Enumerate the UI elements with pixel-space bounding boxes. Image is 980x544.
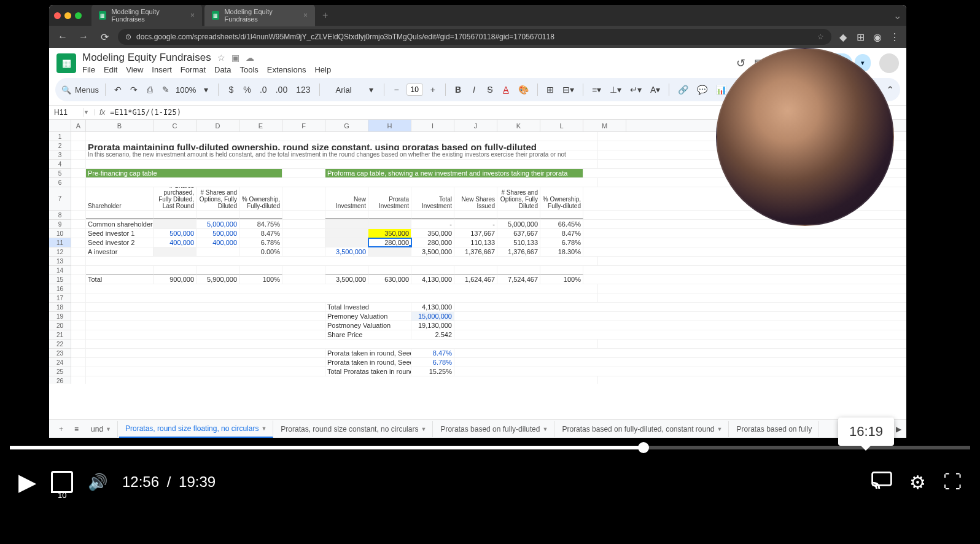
back-button[interactable]: ←: [55, 31, 70, 42]
strikethrough-button[interactable]: S: [484, 82, 496, 97]
percent-button[interactable]: %: [241, 82, 253, 97]
menu-file[interactable]: File: [82, 65, 95, 74]
row-header[interactable]: 2: [49, 141, 71, 150]
fill-color-button[interactable]: 🎨: [516, 82, 531, 97]
currency-button[interactable]: $: [225, 82, 237, 97]
reload-button[interactable]: ⟳: [97, 31, 112, 43]
new-tab-button[interactable]: +: [322, 10, 328, 21]
font-selector[interactable]: Arial: [326, 85, 362, 95]
minimize-window-button[interactable]: [64, 12, 71, 19]
col-header-D[interactable]: D: [196, 120, 239, 131]
link-button[interactable]: 🔗: [675, 82, 691, 97]
menu-help[interactable]: Help: [314, 65, 331, 74]
chevron-down-icon[interactable]: ▼: [717, 426, 723, 432]
font-size-input[interactable]: 10: [406, 84, 423, 96]
merge-button[interactable]: ⊟▾: [560, 82, 577, 97]
zoom-selector[interactable]: 100%: [176, 85, 196, 95]
row-header[interactable]: 25: [49, 367, 71, 376]
undo-button[interactable]: ↶: [112, 82, 124, 97]
row-header[interactable]: 21: [49, 330, 71, 340]
chevron-down-icon[interactable]: ▼: [421, 426, 426, 432]
row-header[interactable]: 13: [49, 257, 71, 266]
row-header[interactable]: 19: [49, 312, 71, 321]
col-header-F[interactable]: F: [282, 120, 325, 131]
close-window-button[interactable]: [54, 12, 61, 19]
row-header[interactable]: 9: [49, 220, 71, 229]
menu-insert[interactable]: Insert: [152, 65, 172, 74]
font-dropdown-icon[interactable]: ▾: [365, 82, 378, 97]
col-header-E[interactable]: E: [239, 120, 282, 131]
redo-button[interactable]: ↷: [128, 82, 140, 97]
sheet-tab[interactable]: Proratas based on fully-diluted▼: [434, 421, 554, 437]
menu-data[interactable]: Data: [214, 65, 231, 74]
row-header[interactable]: 5: [49, 169, 71, 178]
row-header[interactable]: 6: [49, 178, 71, 187]
row-header[interactable]: 22: [49, 340, 71, 349]
maximize-window-button[interactable]: [75, 12, 82, 19]
print-button[interactable]: ⎙: [144, 82, 156, 97]
menu-view[interactable]: View: [126, 65, 143, 74]
menu-edit[interactable]: Edit: [104, 65, 117, 74]
sheet-tab-partial[interactable]: und▼: [85, 421, 118, 437]
extensions-puzzle-icon[interactable]: ⊞: [855, 31, 866, 42]
sheet-tab[interactable]: Proratas, round size floating, no circul…: [119, 421, 273, 438]
chevron-down-icon[interactable]: ▼: [106, 426, 111, 432]
decrease-decimal-button[interactable]: .0: [257, 82, 270, 97]
decrease-font-button[interactable]: −: [391, 82, 403, 97]
row-header[interactable]: 1: [49, 132, 71, 141]
replay-10-button[interactable]: [51, 471, 73, 493]
text-color-button[interactable]: A: [500, 82, 512, 97]
row-header[interactable]: 26: [49, 376, 71, 384]
italic-button[interactable]: I: [468, 82, 480, 97]
col-header-M[interactable]: M: [583, 120, 626, 131]
close-tab-icon[interactable]: ×: [303, 11, 308, 20]
select-all-corner[interactable]: [49, 120, 71, 131]
sheet-tab[interactable]: Proratas based on fully-diluted, constan…: [556, 421, 729, 437]
extension-icon-1[interactable]: ◆: [838, 31, 849, 42]
sheets-logo-icon[interactable]: ▦: [56, 53, 76, 73]
video-progress-bar[interactable]: [10, 446, 970, 449]
zoom-dropdown-icon[interactable]: ▾: [200, 82, 212, 97]
row-header[interactable]: 23: [49, 349, 71, 358]
row-header[interactable]: 11: [49, 238, 71, 247]
all-sheets-button[interactable]: ≡: [69, 422, 84, 436]
row-header[interactable]: 4: [49, 160, 71, 169]
row-header[interactable]: 20: [49, 321, 71, 330]
more-formats-button[interactable]: 123: [294, 82, 313, 97]
increase-font-button[interactable]: +: [427, 82, 439, 97]
col-header-I[interactable]: I: [411, 120, 454, 131]
history-icon[interactable]: ↺: [736, 56, 745, 70]
browser-menu-icon[interactable]: ⋮: [889, 31, 900, 42]
profile-icon[interactable]: ◉: [872, 31, 883, 42]
account-avatar[interactable]: [879, 53, 899, 73]
name-box-dropdown-icon[interactable]: ▼: [84, 109, 95, 115]
menu-extensions[interactable]: Extensions: [267, 65, 306, 74]
row-header[interactable]: 18: [49, 303, 71, 312]
document-title[interactable]: Modeling Equity Fundraises: [82, 52, 211, 64]
address-bar[interactable]: ⊙ docs.google.com/spreadsheets/d/1l4nunW…: [118, 29, 831, 45]
browser-tab-2[interactable]: ▦ Modeling Equity Fundraises ×: [204, 5, 315, 26]
scroll-right-icon[interactable]: ▶: [896, 425, 901, 433]
collapse-toolbar-icon[interactable]: ⌃: [886, 84, 894, 96]
cast-button[interactable]: [871, 472, 892, 493]
menu-format[interactable]: Format: [181, 65, 206, 74]
bold-button[interactable]: B: [452, 82, 464, 97]
close-tab-icon[interactable]: ×: [190, 11, 195, 20]
cloud-status-icon[interactable]: ☁: [246, 53, 254, 63]
settings-button[interactable]: ⚙: [909, 472, 926, 493]
row-header[interactable]: 14: [49, 266, 71, 275]
volume-button[interactable]: 🔊: [88, 473, 107, 492]
comment-button[interactable]: 💬: [694, 82, 710, 97]
row-header[interactable]: 8: [49, 211, 71, 220]
site-info-icon[interactable]: ⊙: [125, 33, 131, 41]
col-header-H[interactable]: H: [368, 120, 411, 131]
increase-decimal-button[interactable]: .00: [273, 82, 290, 97]
valign-button[interactable]: ⊥▾: [607, 82, 624, 97]
col-header-B[interactable]: B: [86, 120, 154, 131]
col-header-L[interactable]: L: [540, 120, 583, 131]
move-icon[interactable]: ▣: [231, 53, 239, 63]
add-sheet-button[interactable]: +: [54, 422, 68, 436]
chevron-down-icon[interactable]: ▼: [261, 425, 266, 432]
active-cell[interactable]: 280,000: [368, 238, 411, 247]
row-header[interactable]: 12: [49, 247, 71, 257]
